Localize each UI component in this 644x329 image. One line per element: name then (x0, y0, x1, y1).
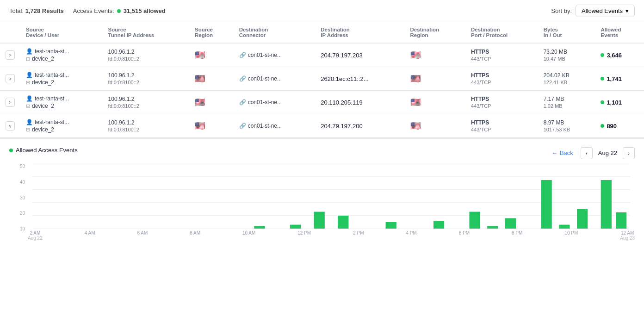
chart-bar[interactable] (559, 225, 570, 229)
allowed-events-count: 3,646 (607, 52, 622, 59)
source-device-user-cell: 👤test-ranta-st... ⊞device_2 (20, 91, 103, 114)
expand-button[interactable]: > (6, 50, 15, 60)
bytes-in: 73.20 MB (544, 49, 590, 55)
chart-svg (32, 164, 630, 229)
chart-body: 2 AMAug 224 AM 6 AM 8 AM 10 AM 12 PM 2 P… (28, 164, 635, 241)
chart-bar[interactable] (386, 222, 396, 229)
x-label: 2 PM (353, 230, 364, 241)
tunnel-ip-cell: 100.96.1.2 fd:0:0:8100::2 (103, 43, 189, 67)
x-axis-labels: 2 AMAug 224 AM 6 AM 8 AM 10 AM 12 PM 2 P… (28, 229, 635, 241)
link-icon: 🔗 (239, 99, 246, 106)
dest-flag-cell: 🇺🇸 (405, 67, 465, 91)
expand-col[interactable]: > (0, 91, 20, 114)
x-time: 4 PM (406, 230, 416, 236)
chart-legend-dot (9, 149, 13, 152)
back-arrow-icon: ← (551, 149, 557, 156)
bytes-out: 10.47 MB (544, 56, 590, 62)
tunnel-ip-cell: 100.96.1.2 fd:0:0:8100::2 (103, 67, 189, 91)
allowed-events-cell: 1,101 (595, 91, 644, 114)
table-container: Source Device / User Source Tunnel IP Ad… (0, 22, 644, 138)
chart-bar[interactable] (601, 180, 612, 229)
chart-bar[interactable] (433, 221, 444, 229)
bytes-out: 122.41 KB (544, 80, 590, 85)
allowed-dot-header (117, 9, 121, 13)
protocol-port: 443/TCP (471, 56, 533, 62)
sort-dropdown-button[interactable]: Allowed Events ▾ (576, 5, 635, 17)
sort-value: Allowed Events (582, 7, 623, 14)
date-nav: ‹ Aug 22 › (581, 147, 635, 159)
allowed-events-dot (601, 124, 604, 128)
protocol-name: HTTPS (471, 119, 533, 126)
user-icon: 👤 (26, 119, 33, 125)
date-prev-button[interactable]: ‹ (581, 147, 593, 159)
source-device-user-cell: 👤test-ranta-st... ⊞device_2 (20, 67, 103, 91)
source-user: test-ranta-st... (35, 95, 69, 102)
chevron-down-icon: ▾ (625, 7, 629, 14)
back-button[interactable]: ← Back (551, 149, 573, 156)
th-expand (0, 22, 20, 43)
x-time: 12 AM (620, 230, 635, 236)
link-icon: 🔗 (239, 52, 246, 58)
source-flag-cell: 🇺🇸 (189, 67, 234, 91)
expand-col[interactable]: > (0, 43, 20, 67)
expand-button[interactable]: v (6, 121, 15, 130)
tunnel-ipv6: fd:0:0:8100::2 (108, 103, 184, 109)
chart-nav: Allowed Access Events ← Back ‹ Aug 22 › (9, 147, 635, 159)
device-icon: ⊞ (26, 80, 30, 86)
bytes-cell: 8.97 MB 1017.53 KB (538, 114, 595, 138)
chart-bar[interactable] (487, 226, 498, 229)
expand-button[interactable]: > (6, 98, 15, 107)
dest-connector-cell: 🔗 con01-st-ne... (234, 67, 316, 91)
sort-label: Sort by: (551, 7, 572, 14)
dest-address: 20.110.205.119 (321, 99, 362, 106)
expand-col[interactable]: v (0, 114, 20, 138)
chart-bar[interactable] (469, 212, 480, 229)
chart-bar[interactable] (290, 225, 301, 229)
protocol-name: HTTPS (471, 72, 533, 79)
chart-bar[interactable] (577, 209, 588, 229)
x-time: 10 AM (242, 230, 255, 236)
th-dest-port-protocol: Destination Port / Protocol (465, 22, 538, 43)
chart-legend: Allowed Access Events (9, 147, 78, 154)
chart-wrapper: 50 40 30 20 10 2 AMAug 224 AM 6 AM (9, 164, 635, 241)
source-device: device_2 (32, 56, 54, 62)
tunnel-ipv6: fd:0:0:8100::2 (108, 127, 184, 132)
th-source-tunnel: Source Tunnel IP Address (103, 22, 189, 43)
dest-connector: con01-st-ne... (248, 99, 282, 106)
table-row: > 👤test-ranta-st... ⊞device_2 100.96.1.2… (0, 43, 644, 67)
x-time: 6 PM (459, 230, 470, 236)
table-header: Source Device / User Source Tunnel IP Ad… (0, 22, 644, 43)
x-label: 4 PM (406, 230, 416, 241)
chart-bar[interactable] (505, 218, 516, 229)
date-label: Aug 22 (594, 149, 621, 156)
dest-address: 204.79.197.200 (321, 123, 362, 130)
source-user: test-ranta-st... (35, 72, 69, 78)
chart-bar[interactable] (338, 216, 348, 229)
th-source-device-user: Source Device / User (20, 22, 103, 43)
dest-address-cell: 2620:1ec:c11::2... (315, 67, 404, 91)
table-row: v 👤test-ranta-st... ⊞device_2 100.96.1.2… (0, 114, 644, 138)
x-label: 12 PM (297, 230, 311, 241)
x-label: 6 AM (137, 230, 148, 241)
protocol-name: HTTPS (471, 96, 533, 102)
chart-bar[interactable] (314, 212, 325, 229)
x-label: 6 PM (459, 230, 470, 241)
protocol-name: HTTPS (471, 49, 533, 55)
allowed-events-dot (601, 100, 604, 104)
expand-button[interactable]: > (6, 74, 15, 83)
tunnel-ip-cell: 100.96.1.2 fd:0:0:8100::2 (103, 91, 189, 114)
th-dest-region: Destination Region (405, 22, 465, 43)
expand-col[interactable]: > (0, 67, 20, 91)
chart-area (32, 164, 630, 229)
chart-bar[interactable] (541, 180, 551, 229)
y-20: 20 (20, 211, 25, 216)
chart-section: Allowed Access Events ← Back ‹ Aug 22 › … (0, 138, 644, 248)
back-label: Back (560, 149, 573, 156)
chart-bar[interactable] (254, 226, 265, 229)
dest-connector-cell: 🔗 con01-st-ne... (234, 91, 316, 114)
table-row: > 👤test-ranta-st... ⊞device_2 100.96.1.2… (0, 67, 644, 91)
chart-bar[interactable] (616, 212, 626, 229)
protocol-port: 443/TCP (471, 80, 533, 85)
date-next-button[interactable]: › (623, 147, 635, 159)
source-flag: 🇺🇸 (195, 50, 205, 60)
